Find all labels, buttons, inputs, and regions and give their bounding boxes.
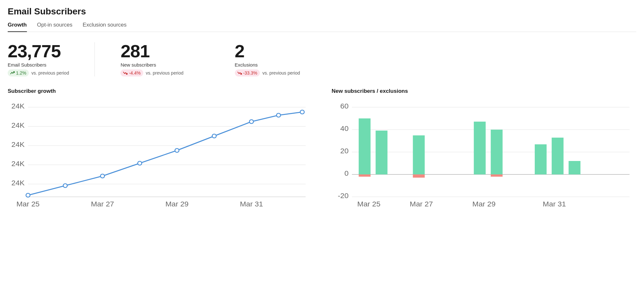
exclusions-label: Exclusions — [235, 62, 300, 68]
svg-text:Mar 27: Mar 27 — [91, 200, 114, 208]
new-subscribers-badge: -4.4% — [120, 69, 143, 76]
total-subscribers-vs: vs. previous period — [31, 70, 69, 76]
svg-text:24K: 24K — [11, 102, 24, 110]
tab-exclusion-sources[interactable]: Exclusion sources — [83, 22, 127, 32]
bar-mar31-3-green — [569, 161, 581, 174]
svg-point-17 — [249, 120, 253, 124]
svg-text:24K: 24K — [11, 179, 24, 187]
total-subscribers-badge: 1.2% — [8, 69, 29, 76]
svg-point-14 — [138, 161, 142, 165]
svg-text:24K: 24K — [11, 122, 24, 129]
svg-point-11 — [26, 193, 30, 197]
subscriber-growth-title: Subscriber growth — [8, 88, 312, 94]
exclusions-vs: vs. previous period — [262, 70, 300, 76]
svg-point-16 — [212, 134, 216, 138]
total-subscribers-badge-row: 1.2% vs. previous period — [8, 69, 69, 76]
svg-text:-20: -20 — [338, 192, 349, 200]
bar-mar29-1-green — [474, 122, 486, 174]
exclusions-value: 2 — [235, 42, 300, 60]
svg-text:Mar 29: Mar 29 — [472, 200, 495, 208]
new-subs-title: New subscribers / exclusions — [332, 88, 636, 94]
tab-optin-sources[interactable]: Opt-in sources — [37, 22, 73, 32]
metrics-right-row: 281 New subscribers -4.4% vs. previous p… — [120, 42, 636, 76]
trend-down-icon-new — [123, 71, 128, 75]
svg-text:24K: 24K — [11, 160, 24, 168]
tabs-container: Growth Opt-in sources Exclusion sources — [8, 22, 636, 32]
svg-point-18 — [277, 113, 281, 117]
svg-point-13 — [101, 174, 105, 178]
svg-text:60: 60 — [340, 102, 349, 110]
svg-text:24K: 24K — [11, 141, 24, 149]
svg-text:Mar 25: Mar 25 — [16, 200, 39, 208]
new-subs-chart: 60 40 20 0 -20 — [332, 101, 636, 203]
svg-point-12 — [63, 184, 67, 188]
svg-text:Mar 31: Mar 31 — [543, 200, 566, 208]
metric-total-subscribers: 23,775 Email Subscribers 1.2% vs. previo… — [8, 42, 95, 76]
svg-text:Mar 25: Mar 25 — [357, 200, 380, 208]
bar-mar25-1-green — [359, 118, 371, 174]
svg-text:Mar 27: Mar 27 — [410, 200, 433, 208]
exclusions-badge: -33.3% — [235, 69, 260, 76]
trend-down-icon-excl — [237, 71, 242, 75]
svg-point-19 — [300, 110, 304, 114]
charts-row: Subscriber growth 24K 24K 24K 24K 24K — [8, 88, 636, 203]
total-subscribers-label: Email Subscribers — [8, 62, 69, 68]
metrics-row: 23,775 Email Subscribers 1.2% vs. previo… — [8, 42, 636, 76]
svg-text:0: 0 — [344, 170, 349, 177]
metric-exclusions: 2 Exclusions -33.3% vs. previous period — [235, 42, 326, 76]
new-subscribers-vs: vs. previous period — [146, 70, 184, 76]
new-subscribers-badge-row: -4.4% vs. previous period — [120, 69, 183, 76]
svg-point-15 — [175, 149, 179, 152]
bar-mar25-1-red — [359, 174, 371, 177]
new-subscribers-label: New subscribers — [120, 62, 183, 68]
bar-mar31-1-green — [535, 144, 547, 174]
page-title: Email Subscribers — [8, 6, 636, 17]
svg-text:Mar 31: Mar 31 — [240, 200, 263, 208]
bar-mar29-2-green — [491, 130, 503, 174]
bar-mar29-2-red — [491, 174, 503, 177]
tab-growth[interactable]: Growth — [8, 22, 27, 32]
svg-text:40: 40 — [340, 125, 349, 132]
new-subs-section: New subscribers / exclusions 60 40 — [332, 88, 636, 203]
metric-new-subscribers: 281 New subscribers -4.4% vs. previous p… — [120, 42, 209, 76]
bar-mar25-2-green — [376, 131, 387, 174]
svg-text:Mar 29: Mar 29 — [165, 200, 188, 208]
trend-up-icon — [10, 71, 15, 75]
new-subscribers-value: 281 — [120, 42, 183, 60]
right-metrics: 281 New subscribers -4.4% vs. previous p… — [95, 42, 636, 76]
subscriber-growth-chart: 24K 24K 24K 24K 24K — [8, 101, 312, 203]
exclusions-badge-row: -33.3% vs. previous period — [235, 69, 300, 76]
bar-mar31-2-green — [552, 138, 564, 174]
bar-mar27-1-red — [413, 174, 425, 178]
svg-text:20: 20 — [340, 147, 349, 155]
bar-mar27-1-green — [413, 135, 425, 174]
total-subscribers-value: 23,775 — [8, 42, 69, 60]
subscriber-growth-section: Subscriber growth 24K 24K 24K 24K 24K — [8, 88, 312, 203]
